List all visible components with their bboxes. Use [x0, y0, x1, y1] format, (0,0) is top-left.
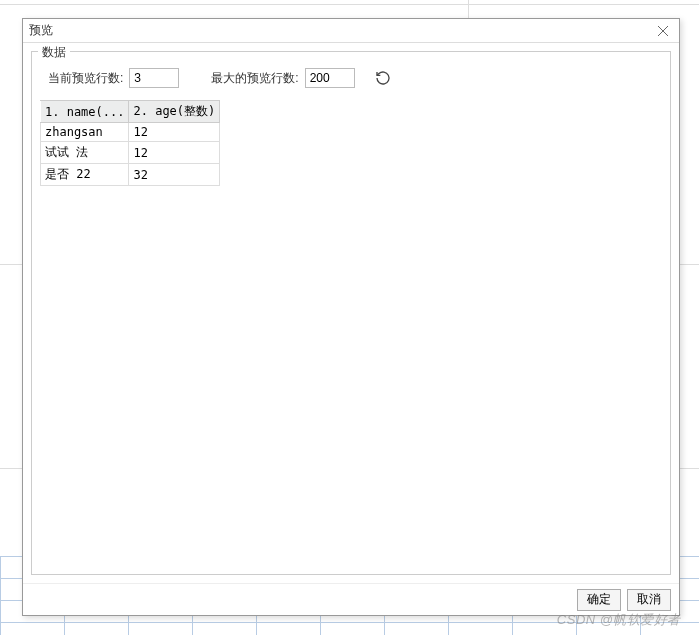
cancel-button[interactable]: 取消	[627, 589, 671, 611]
table-row[interactable]: zhangsan 12	[41, 123, 220, 142]
fieldset-legend: 数据	[38, 44, 70, 61]
data-fieldset: 数据 当前预览行数: 最大的预览行数: 1	[31, 51, 671, 575]
close-icon	[657, 25, 669, 37]
cell-name: 试试 法	[41, 142, 129, 164]
refresh-icon	[375, 70, 391, 86]
preview-table-wrapper[interactable]: 1. name(... 2. age(整数) zhangsan 12 试试 法 …	[40, 100, 662, 566]
cell-name: 是否 22	[41, 164, 129, 186]
column-header-name[interactable]: 1. name(...	[41, 101, 129, 123]
dialog-footer: 确定 取消	[23, 583, 679, 615]
cell-age: 12	[129, 123, 220, 142]
cell-age: 32	[129, 164, 220, 186]
current-rows-label: 当前预览行数:	[48, 70, 123, 87]
max-rows-label: 最大的预览行数:	[211, 70, 298, 87]
close-button[interactable]	[653, 21, 673, 41]
dialog-titlebar: 预览	[23, 19, 679, 43]
cell-name: zhangsan	[41, 123, 129, 142]
refresh-button[interactable]	[371, 66, 395, 90]
preview-table: 1. name(... 2. age(整数) zhangsan 12 试试 法 …	[40, 100, 220, 186]
max-rows-input[interactable]	[305, 68, 355, 88]
dialog-body: 数据 当前预览行数: 最大的预览行数: 1	[23, 43, 679, 583]
table-row[interactable]: 是否 22 32	[41, 164, 220, 186]
table-row[interactable]: 试试 法 12	[41, 142, 220, 164]
ok-button[interactable]: 确定	[577, 589, 621, 611]
preview-dialog: 预览 数据 当前预览行数: 最大的预览行数:	[22, 18, 680, 616]
current-rows-input[interactable]	[129, 68, 179, 88]
controls-row: 当前预览行数: 最大的预览行数:	[40, 62, 662, 100]
cell-age: 12	[129, 142, 220, 164]
table-header-row: 1. name(... 2. age(整数)	[41, 101, 220, 123]
dialog-title: 预览	[29, 22, 53, 39]
column-header-age[interactable]: 2. age(整数)	[129, 101, 220, 123]
